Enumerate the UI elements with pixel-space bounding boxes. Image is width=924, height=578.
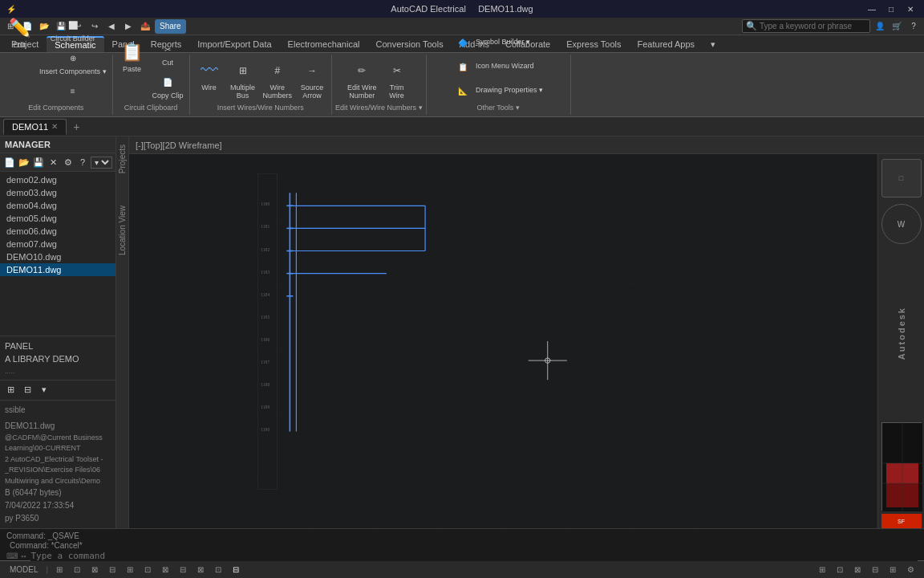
insert-icon: ⊕ xyxy=(63,48,83,67)
wire-button[interactable]: 〰 Wire xyxy=(193,56,225,94)
tab-close-button[interactable]: ✕ xyxy=(51,122,58,131)
drawing-properties-button[interactable]: 📐 Drawing Properties ▾ xyxy=(451,79,545,102)
project-item[interactable]: DEMO10.dwg xyxy=(0,250,116,263)
polar-toggle[interactable]: ⊟ xyxy=(106,565,119,574)
mini-map[interactable] xyxy=(881,422,922,511)
customize[interactable]: ⚙ xyxy=(904,565,918,574)
trim-wire-button[interactable]: ✂ TrimWire xyxy=(381,56,413,102)
lineweight-toggle[interactable]: ⊠ xyxy=(159,565,172,574)
wire-numbers-button[interactable]: # WireNumbers xyxy=(261,56,295,102)
command-input[interactable] xyxy=(30,551,918,561)
edit-wire-label: Edit WireNumber xyxy=(347,84,377,100)
source-arrow-button[interactable]: → SourceArrow xyxy=(296,56,328,102)
status-sep-1: | xyxy=(47,565,49,574)
wire-numbers-icon: # xyxy=(265,58,290,83)
icon-menu-button[interactable]: 📋 Icon Menu Wizard xyxy=(451,55,537,78)
forward-button[interactable]: ▶ xyxy=(121,19,136,34)
otrack-toggle[interactable]: ⊡ xyxy=(141,565,154,574)
nav-compass-btn[interactable]: W xyxy=(881,204,922,244)
project-item[interactable]: demo03.dwg xyxy=(0,186,116,199)
insert-label: Insert Components ▾ xyxy=(39,68,107,76)
insert-components-button[interactable]: ⊕ Insert Components ▾ xyxy=(37,47,109,78)
panel-dropdown[interactable]: ▾ xyxy=(91,157,112,169)
group-label-edit-wires: Edit Wires/Wire Numbers ▾ xyxy=(335,102,423,113)
cut-button[interactable]: ✂ Cut xyxy=(150,38,186,69)
project-item[interactable]: demo07.dwg xyxy=(0,238,116,250)
details-btn[interactable]: ▾ xyxy=(37,383,51,397)
projects-label[interactable]: Projects xyxy=(118,144,127,173)
paste-button[interactable]: 📋 Paste xyxy=(116,38,148,75)
cart-icon[interactable]: 🛒 xyxy=(890,19,904,34)
project-item[interactable]: demo06.dwg xyxy=(0,225,116,238)
project-item-selected[interactable]: DEMO11.dwg xyxy=(0,263,116,276)
trim-label: TrimWire xyxy=(389,84,404,100)
tab-more[interactable]: ▾ xyxy=(703,36,723,52)
project-manager-panel: MANAGER 📄 📂 💾 ✕ ⚙ ? ▾ demo02.dwg demo03.… xyxy=(0,136,116,528)
symbol-builder-button[interactable]: 🔷 Symbol Builder ▾ xyxy=(451,31,533,54)
panel-header: MANAGER xyxy=(0,136,116,153)
copy-clip-button[interactable]: 📄 Copy Clip xyxy=(150,71,186,102)
dyn-input[interactable]: ⊡ xyxy=(212,565,225,574)
hardware-accel[interactable]: ⊟ xyxy=(869,565,881,574)
expand-btn[interactable]: ⊞ xyxy=(3,383,18,397)
isolate-objects[interactable]: ⊞ xyxy=(886,565,899,574)
ortho-toggle[interactable]: ⊠ xyxy=(88,565,101,574)
edit-wire-number-button[interactable]: ✏ Edit WireNumber xyxy=(345,56,379,102)
canvas-area[interactable]: 1180 1181 1182 1183 1184 1185 1186 1187 … xyxy=(129,154,876,528)
project-item[interactable]: demo05.dwg xyxy=(0,212,116,225)
drawing-tab-demo11[interactable]: DEMO11 ✕ xyxy=(3,119,67,135)
share-button[interactable]: Share xyxy=(155,19,186,34)
open-project-btn[interactable]: 📂 xyxy=(18,155,30,169)
model-label[interactable]: MODEL xyxy=(6,565,42,574)
info-date: 7/04/2022 17:33:54 xyxy=(5,499,111,512)
project-item[interactable]: demo04.dwg xyxy=(0,199,116,212)
tab-electromechanical[interactable]: Electromechanical xyxy=(280,36,368,52)
maximize-button[interactable]: □ xyxy=(884,2,898,16)
user-icon[interactable]: 👤 xyxy=(873,19,887,34)
project-item[interactable]: demo02.dwg xyxy=(0,173,116,186)
svg-rect-13 xyxy=(257,173,277,490)
annotation-scale[interactable]: ⊞ xyxy=(816,565,829,574)
transparency-toggle[interactable]: ⊟ xyxy=(176,565,189,574)
collapse-btn[interactable]: ⊟ xyxy=(20,383,34,397)
settings-btn[interactable]: ⚙ xyxy=(62,155,75,169)
help-panel-btn[interactable]: ? xyxy=(76,155,89,169)
section-library[interactable]: A LIBRARY DEMO xyxy=(5,352,111,365)
circuit-builder-icon: ⬜ xyxy=(63,15,83,35)
minimize-button[interactable]: — xyxy=(865,2,879,16)
edit-button[interactable]: ✏️ Edit xyxy=(3,14,35,51)
tab-express[interactable]: Express Tools xyxy=(558,36,629,52)
command-input-row: ⌨ ▪▪ xyxy=(3,550,921,562)
ribbon-group-other-tools: 🔷 Symbol Builder ▾ 📋 Icon Menu Wizard 📐 … xyxy=(427,55,571,115)
paste-icon: 📋 xyxy=(120,39,145,65)
tab-featured[interactable]: Featured Apps xyxy=(630,36,703,52)
nav-view-btn-1[interactable]: □ xyxy=(881,159,922,197)
tab-conversion[interactable]: Conversion Tools xyxy=(367,36,451,52)
location-view-label[interactable]: Location View xyxy=(118,206,127,255)
publish-button[interactable]: 📤 xyxy=(138,19,152,34)
multiple-bus-button[interactable]: ⊞ MultipleBus xyxy=(227,56,259,102)
svg-text:1184: 1184 xyxy=(261,292,270,297)
new-project-btn[interactable]: 📄 xyxy=(3,155,16,169)
circuit-builder-button[interactable]: ⬜ Circuit Builder xyxy=(37,14,109,45)
ribbon: ✏️ Edit ⬜ Circuit Builder ⊕ Insert Compo… xyxy=(0,53,924,117)
select-cycling[interactable]: ⊠ xyxy=(194,565,207,574)
new-tab-button[interactable]: + xyxy=(68,119,84,135)
title-right-icons: — □ ✕ xyxy=(865,2,918,16)
isodraft[interactable]: ⊠ xyxy=(851,565,864,574)
save-project-btn[interactable]: 💾 xyxy=(32,155,45,169)
close-project-btn[interactable]: ✕ xyxy=(47,155,60,169)
workspace-switch[interactable]: ⊡ xyxy=(833,565,846,574)
help-icon[interactable]: ? xyxy=(906,19,921,34)
osnap-toggle[interactable]: ⊞ xyxy=(124,565,136,574)
dyn-ucs[interactable]: ⊟ xyxy=(229,565,242,574)
snap-toggle[interactable]: ⊡ xyxy=(71,565,83,574)
search-icon: 🔍 xyxy=(746,21,757,31)
extra-tools-button[interactable]: ≡ xyxy=(37,79,109,102)
tab-import-export[interactable]: Import/Export Data xyxy=(189,36,279,52)
search-input[interactable] xyxy=(760,22,864,31)
drawing-area[interactable]: [-][Top][2D Wireframe] xyxy=(129,136,924,528)
section-panel[interactable]: PANEL xyxy=(5,340,111,352)
close-button[interactable]: ✕ xyxy=(903,2,918,16)
grid-toggle[interactable]: ⊞ xyxy=(53,565,66,574)
